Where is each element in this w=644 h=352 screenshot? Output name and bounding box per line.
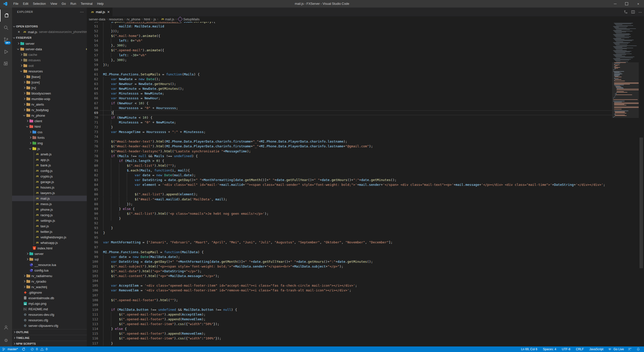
code-line[interactable]: $(".mail-list").html('<p class="nomails"… (103, 211, 268, 216)
code-line[interactable]: var AcceptElem = '<div class="opened-mai… (103, 283, 357, 288)
line-number[interactable]: 87 (87, 197, 98, 202)
open-editors-section[interactable]: OPEN EDITORS (12, 24, 87, 29)
tree-file-garage.js[interactable]: JSgarage.js (12, 179, 87, 185)
line-number[interactable]: 53 (87, 33, 98, 38)
line-number[interactable]: 52 (87, 29, 98, 33)
line-number[interactable]: 69 (87, 110, 98, 115)
code-line[interactable]: } (103, 226, 113, 230)
tree-folder-rv_bodybag[interactable]: rv_bodybag (12, 107, 87, 113)
line-number[interactable]: 75 (87, 139, 98, 144)
line-number[interactable]: 93 (87, 226, 98, 230)
line-number[interactable]: 95 (87, 235, 98, 240)
line-number[interactable]: 103 (87, 274, 98, 278)
line-number[interactable]: 74 (87, 134, 98, 139)
code-line[interactable]: $(".opened-mail-footer").append(RemoveEl… (103, 317, 206, 322)
line-number[interactable]: 57 (87, 53, 98, 58)
line-number[interactable]: 116 (87, 336, 98, 341)
tree-file-app.js[interactable]: JSapp.js (12, 157, 87, 162)
line-number[interactable]: 72 (87, 125, 98, 129)
line-number[interactable]: 58 (87, 58, 98, 62)
line-number[interactable]: 112 (87, 317, 98, 322)
line-number[interactable]: 91 (87, 216, 98, 221)
menu-go[interactable]: Go (59, 0, 68, 8)
tree-file-myLogo.png[interactable]: myLogo.png (12, 301, 87, 306)
code-line[interactable]: var NewMinute = NewDate.getMinutes(); (103, 86, 184, 91)
line-number[interactable]: 62 (87, 77, 98, 81)
code-line[interactable]: var date = new Date(mail.date); (103, 173, 196, 178)
code-line[interactable]: }); (103, 202, 133, 206)
tree-folder-mtsaves[interactable]: mtsaves (12, 57, 87, 63)
code-line[interactable]: var date = new Date(MailData.date); (103, 254, 180, 259)
line-number[interactable]: 88 (87, 202, 98, 206)
open-changes-icon[interactable] (624, 10, 628, 14)
account-icon[interactable] (0, 321, 12, 333)
code-line[interactable]: })); (103, 29, 119, 33)
line-number[interactable]: 104 (87, 278, 98, 283)
menu-help[interactable]: Help (95, 0, 106, 8)
menu-selection[interactable]: Selection (31, 0, 48, 8)
code-line[interactable]: var Hourssssss = NewHour; (103, 96, 160, 101)
code-line[interactable]: var MonthFormatting = ["Januari", "Febru… (103, 240, 393, 245)
line-number[interactable]: 106 (87, 288, 98, 293)
line-number[interactable]: 90 (87, 211, 98, 216)
line-number[interactable]: 50 (87, 22, 98, 24)
tree-folder-mumble-voip[interactable]: mumble-voip (12, 96, 87, 102)
line-number[interactable]: 102 (87, 269, 98, 274)
tree-folder-server-data[interactable]: server-data (12, 46, 87, 52)
code-line[interactable]: } else { (103, 206, 135, 211)
indentation-item[interactable]: Spaces: 4 (541, 346, 560, 352)
tree-file-phone.js[interactable]: JSphone.js (12, 207, 87, 212)
breadcrumb-item-rv_phone[interactable]: rv_phone (127, 17, 140, 21)
code-line[interactable]: }); (103, 62, 109, 67)
scrollbar[interactable] (639, 22, 644, 346)
tree-file-crypto.js[interactable]: JScrypto.js (12, 173, 87, 179)
split-editor-icon[interactable] (631, 10, 635, 14)
tree-folder-cache[interactable]: cache (12, 52, 87, 57)
tree-file-lawyers.js[interactable]: JSlawyers.js (12, 190, 87, 196)
menu-file[interactable]: File (11, 0, 21, 8)
tree-file-essentialmode.db[interactable]: essentialmode.db (12, 295, 87, 301)
tree-file-config.lua[interactable]: config.lua (12, 268, 87, 273)
code-line[interactable]: $("#mail-header-mail").html(MI.Phone.Dat… (103, 144, 373, 149)
code-line[interactable]: var NewHour = NewDate.getHours(); (103, 81, 176, 86)
more-actions-icon[interactable]: ··· (638, 10, 642, 14)
code-line[interactable]: } (103, 230, 105, 235)
tree-folder-rv_phone[interactable]: rv_phone (12, 113, 87, 118)
line-number[interactable]: 65 (87, 91, 98, 96)
code-line[interactable]: $.each(Mails, function(i, mail){ (103, 168, 190, 173)
breadcrumb-item-setupmails[interactable]: SetupMails (178, 17, 199, 21)
code-line[interactable]: $(".mail-home").animate({ (103, 33, 160, 38)
tree-file-taxi.js[interactable]: JStaxi.js (12, 223, 87, 229)
tree-file-veiligheidsregio.js[interactable]: JSveiligheidsregio.js (12, 234, 87, 240)
code-line[interactable]: } (103, 341, 113, 346)
line-number[interactable]: 67 (87, 101, 98, 106)
code-line[interactable]: left: -30+"vh" (103, 53, 146, 58)
tree-file-anwb.js[interactable]: JSanwb.js (12, 151, 87, 157)
tree-folder-img[interactable]: img (12, 140, 87, 146)
tree-folder-rv_wachtrij[interactable]: rv_wachtrij (12, 284, 87, 290)
menu-run[interactable]: Run (68, 0, 78, 8)
code-line[interactable]: if (Mails.length > 0) { (103, 158, 164, 163)
code-line[interactable]: var RemoveElem = '<div class="opened-mai… (103, 288, 351, 293)
workspace-section[interactable]: FXSERVER (12, 35, 87, 40)
go-live-item[interactable]: Go Live (606, 346, 626, 352)
line-number[interactable]: 71 (87, 120, 98, 125)
close-button[interactable]: × (632, 0, 644, 8)
line-number[interactable]: 101 (87, 264, 98, 269)
eol-item[interactable]: CRLF (574, 346, 587, 352)
line-number[interactable]: 92 (87, 221, 98, 226)
code-line[interactable]: } (103, 110, 113, 115)
line-number[interactable]: 84 (87, 182, 98, 187)
line-number[interactable]: 78 (87, 154, 98, 158)
line-number[interactable]: 111 (87, 312, 98, 317)
tab-mail-js[interactable]: JS mail.js ✕ (87, 8, 112, 16)
code-line[interactable]: Minutessss = "0" + NewMinute; (103, 120, 176, 125)
line-number[interactable]: 83 (87, 178, 98, 182)
tree-file-resources.cfg[interactable]: ⚙resources.cfg (12, 317, 87, 323)
breadcrumb-item-html[interactable]: html (144, 17, 150, 21)
code-line[interactable]: } else { (103, 326, 127, 331)
settings-gear-icon[interactable]: ⚙ (0, 334, 12, 346)
more-actions-icon[interactable]: ··· (80, 8, 84, 16)
code-line[interactable]: $("#mail-header-lastsync").html("Laatste… (103, 149, 251, 154)
sync-icon[interactable] (20, 346, 28, 352)
